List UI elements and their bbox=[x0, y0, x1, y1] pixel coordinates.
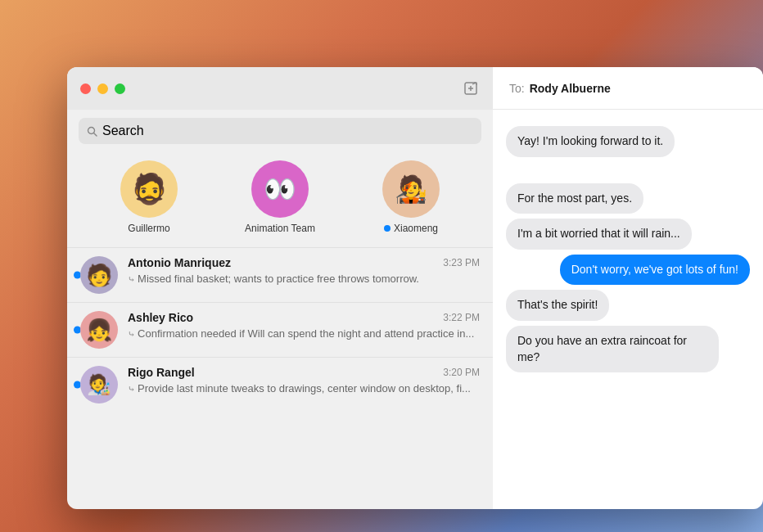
avatar-guillermo: 🧔 bbox=[120, 160, 178, 218]
msg-header-antonio: Antonio Manriquez 3:23 PM bbox=[128, 256, 480, 269]
sidebar: Search 🧔 Guillermo 👀 Animation Team 🧑‍🎤 bbox=[67, 67, 493, 509]
message-1: Yay! I'm looking forward to it. bbox=[506, 126, 675, 157]
msg-time-rigo: 3:20 PM bbox=[443, 367, 480, 378]
pinned-contact-xiaomeng[interactable]: 🧑‍🎤 Xiaomeng bbox=[374, 160, 448, 234]
message-3: I'm a bit worried that it will rain... bbox=[506, 219, 692, 250]
avatar-animation-team: 👀 bbox=[251, 160, 309, 218]
minimize-button[interactable] bbox=[97, 83, 108, 94]
message-spacer-1 bbox=[506, 162, 750, 178]
search-placeholder: Search bbox=[102, 124, 144, 138]
conversation-antonio[interactable]: 🧑 Antonio Manriquez 3:23 PM ⤷ Missed fin… bbox=[67, 247, 493, 302]
msg-header-rigo: Rigo Rangel 3:20 PM bbox=[128, 366, 480, 379]
xiaomeng-name-row: Xiaomeng bbox=[384, 223, 438, 234]
close-button[interactable] bbox=[80, 83, 91, 94]
avatar-xiaomeng: 🧑‍🎤 bbox=[382, 160, 440, 218]
avatar-antonio: 🧑 bbox=[80, 256, 118, 294]
titlebar bbox=[67, 67, 493, 110]
avatar-rigo: 🧑‍🎨 bbox=[80, 366, 118, 404]
msg-content-ashley: Ashley Rico 3:22 PM ⤷ Confirmation neede… bbox=[128, 311, 480, 341]
chat-messages: Yay! I'm looking forward to it. For the … bbox=[493, 110, 763, 509]
msg-time-ashley: 3:22 PM bbox=[443, 312, 480, 323]
search-bar[interactable]: Search bbox=[79, 118, 481, 144]
pinned-name-guillermo: Guillermo bbox=[128, 223, 169, 234]
msg-header-ashley: Ashley Rico 3:22 PM bbox=[128, 311, 480, 324]
msg-name-antonio: Antonio Manriquez bbox=[128, 256, 231, 269]
msg-preview-ashley: ⤷ Confirmation needed if Will can spend … bbox=[128, 327, 480, 341]
msg-name-rigo: Rigo Rangel bbox=[128, 366, 195, 379]
msg-content-antonio: Antonio Manriquez 3:23 PM ⤷ Missed final… bbox=[128, 256, 480, 286]
chat-header: To: Rody Albuerne bbox=[493, 67, 763, 110]
pinned-contact-animation-team[interactable]: 👀 Animation Team bbox=[243, 160, 317, 234]
xiaomeng-unread-dot bbox=[384, 225, 391, 232]
pinned-contacts: 🧔 Guillermo 👀 Animation Team 🧑‍🎤 Xiaomen… bbox=[67, 152, 493, 247]
msg-time-antonio: 3:23 PM bbox=[443, 257, 480, 268]
conversation-list: 🧑 Antonio Manriquez 3:23 PM ⤷ Missed fin… bbox=[67, 247, 493, 509]
maximize-button[interactable] bbox=[115, 83, 125, 94]
message-6: Do you have an extra raincoat for me? bbox=[506, 326, 719, 372]
to-label: To: bbox=[509, 82, 525, 95]
msg-preview-antonio: ⤷ Missed final basket; wants to practice… bbox=[128, 272, 480, 286]
pinned-name-animation-team: Animation Team bbox=[245, 223, 315, 234]
compose-button[interactable] bbox=[462, 79, 480, 97]
message-2: For the most part, yes. bbox=[506, 183, 643, 214]
svg-line-5 bbox=[94, 133, 97, 136]
avatar-ashley: 👧 bbox=[80, 311, 118, 349]
to-name: Rody Albuerne bbox=[530, 82, 611, 95]
message-5: That's the spirit! bbox=[506, 290, 609, 321]
messages-window: Search 🧔 Guillermo 👀 Animation Team 🧑‍🎤 bbox=[67, 67, 763, 509]
msg-preview-rigo: ⤷ Provide last minute tweaks to drawings… bbox=[128, 381, 480, 396]
chat-panel: To: Rody Albuerne Yay! I'm looking forwa… bbox=[493, 67, 763, 509]
search-icon bbox=[87, 126, 97, 137]
pinned-name-xiaomeng: Xiaomeng bbox=[394, 223, 438, 234]
msg-name-ashley: Ashley Rico bbox=[128, 311, 193, 324]
message-4: Don't worry, we've got lots of fun! bbox=[560, 255, 750, 286]
traffic-lights bbox=[80, 83, 125, 94]
msg-content-rigo: Rigo Rangel 3:20 PM ⤷ Provide last minut… bbox=[128, 366, 480, 396]
conversation-ashley[interactable]: 👧 Ashley Rico 3:22 PM ⤷ Confirmation nee… bbox=[67, 302, 493, 357]
conversation-rigo[interactable]: 🧑‍🎨 Rigo Rangel 3:20 PM ⤷ Provide last m… bbox=[67, 357, 493, 412]
pinned-contact-guillermo[interactable]: 🧔 Guillermo bbox=[112, 160, 186, 234]
